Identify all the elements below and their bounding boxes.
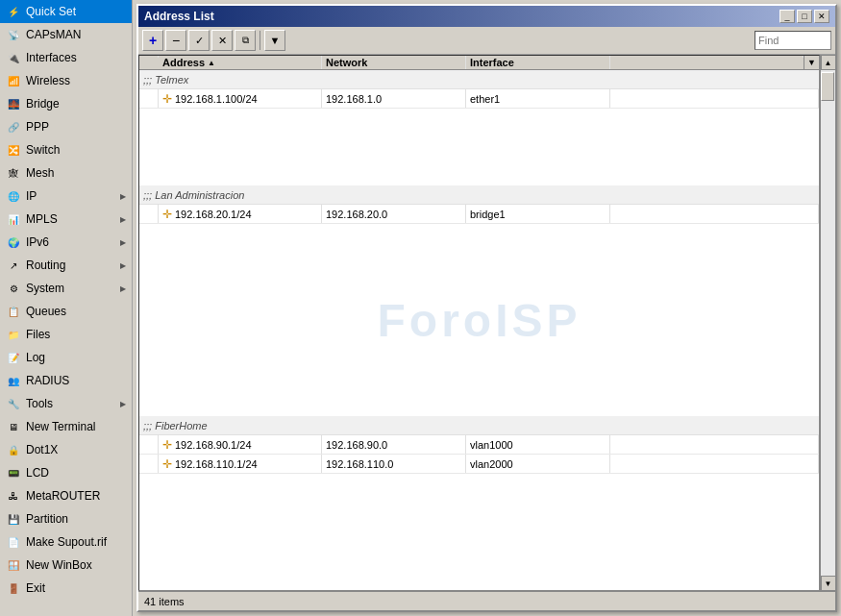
col-interface-header[interactable]: Interface bbox=[466, 56, 610, 69]
sidebar-item-new-winbox[interactable]: 🪟 New WinBox bbox=[0, 554, 132, 577]
maximize-button[interactable]: □ bbox=[797, 10, 812, 23]
find-input[interactable] bbox=[754, 31, 831, 50]
col-address-header[interactable]: Address ▲ bbox=[159, 56, 322, 69]
sidebar-item-mpls[interactable]: 📊 MPLS ▶ bbox=[0, 208, 132, 231]
scroll-track[interactable] bbox=[821, 70, 835, 576]
sidebar-item-log[interactable]: 📝 Log bbox=[0, 346, 132, 369]
sidebar-item-metarouter[interactable]: 🖧 MetaROUTER bbox=[0, 484, 132, 507]
sidebar-item-ipv6[interactable]: 🌍 IPv6 ▶ bbox=[0, 231, 132, 254]
lcd-icon: 📟 bbox=[6, 465, 21, 480]
sidebar-label: Interfaces bbox=[26, 51, 126, 64]
sidebar-label: RADIUS bbox=[26, 374, 126, 387]
sidebar-item-wireless[interactable]: 📶 Wireless bbox=[0, 69, 132, 92]
sidebar-label: MetaROUTER bbox=[26, 489, 126, 503]
sidebar-label: Mesh bbox=[26, 166, 126, 180]
cell-address: ✛ 192.168.110.1/24 bbox=[159, 455, 322, 473]
sidebar-label: Bridge bbox=[26, 97, 126, 111]
routing-icon: ↗ bbox=[6, 258, 21, 273]
scroll-up-arrow[interactable]: ▲ bbox=[821, 55, 836, 70]
table-row[interactable]: ✛ 192.168.110.1/24 192.168.110.0 vlan200… bbox=[139, 455, 819, 474]
tools-icon: 🔧 bbox=[6, 396, 21, 411]
new-winbox-icon: 🪟 bbox=[6, 557, 21, 573]
table-row[interactable]: ✛ 192.168.1.100/24 192.168.1.0 ether1 bbox=[139, 89, 819, 109]
sidebar-item-partition[interactable]: 💾 Partition bbox=[0, 507, 132, 530]
table-container: Address ▲ Network Interface ▼ ;;; Telmex bbox=[138, 55, 820, 591]
sidebar-label: New Terminal bbox=[26, 420, 126, 433]
cell-check bbox=[139, 205, 159, 223]
sidebar-label: Files bbox=[26, 328, 126, 341]
copy-button[interactable]: ⧉ bbox=[235, 30, 256, 51]
partition-icon: 💾 bbox=[6, 511, 21, 527]
group-lan-admin: ;;; Lan Administracion bbox=[139, 185, 819, 205]
sidebar-label: Quick Set bbox=[26, 5, 126, 18]
sidebar-label: Make Supout.rif bbox=[26, 535, 126, 549]
sidebar-label: Log bbox=[26, 351, 126, 364]
sidebar-item-make-supout[interactable]: 📄 Make Supout.rif bbox=[0, 530, 132, 554]
cell-check bbox=[139, 435, 159, 454]
enable-button[interactable]: ✓ bbox=[188, 30, 210, 51]
sidebar-item-files[interactable]: 📁 Files bbox=[0, 323, 132, 346]
add-button[interactable]: + bbox=[142, 30, 163, 51]
disable-button[interactable]: ✕ bbox=[211, 30, 233, 51]
cell-interface: vlan2000 bbox=[466, 455, 610, 473]
cell-address: ✛ 192.168.90.1/24 bbox=[159, 435, 322, 454]
group-fiberhome: ;;; FiberHome bbox=[139, 416, 819, 435]
close-button[interactable]: ✕ bbox=[814, 10, 829, 23]
new-terminal-icon: 🖥 bbox=[6, 419, 21, 434]
sidebar-item-lcd[interactable]: 📟 LCD bbox=[0, 461, 132, 484]
window-controls: _ □ ✕ bbox=[779, 10, 829, 23]
sidebar-item-ppp[interactable]: 🔗 PPP bbox=[0, 115, 132, 138]
cell-network: 192.168.90.0 bbox=[322, 435, 466, 454]
cell-interface: vlan1000 bbox=[466, 435, 610, 454]
ip-icon: 🌐 bbox=[6, 188, 21, 204]
cell-extra bbox=[610, 455, 819, 473]
sidebar-label: Wireless bbox=[26, 74, 126, 87]
sidebar-label: IP bbox=[26, 189, 115, 203]
tools-arrow: ▶ bbox=[120, 400, 126, 408]
sidebar-item-bridge[interactable]: 🌉 Bridge bbox=[0, 92, 132, 115]
sidebar-item-tools[interactable]: 🔧 Tools ▶ bbox=[0, 392, 132, 415]
scroll-thumb[interactable] bbox=[821, 72, 834, 101]
watermark-area: ForoISP bbox=[139, 224, 819, 416]
vertical-scrollbar[interactable]: ▲ ▼ bbox=[820, 55, 835, 591]
table-header: Address ▲ Network Interface ▼ bbox=[139, 56, 819, 70]
sidebar-item-radius[interactable]: 👥 RADIUS bbox=[0, 369, 132, 392]
address-value: 192.168.90.1/24 bbox=[175, 439, 252, 451]
sidebar-item-dot1x[interactable]: 🔒 Dot1X bbox=[0, 438, 132, 461]
filter-button[interactable]: ▼ bbox=[264, 30, 285, 51]
make-supout-icon: 📄 bbox=[6, 534, 21, 550]
col-network-header[interactable]: Network bbox=[322, 56, 466, 69]
table-row[interactable]: ✛ 192.168.20.1/24 192.168.20.0 bridge1 bbox=[139, 205, 819, 224]
cell-network: 192.168.110.0 bbox=[322, 455, 466, 473]
scroll-down-arrow[interactable]: ▼ bbox=[821, 576, 836, 591]
scroll-right-button[interactable]: ▼ bbox=[804, 56, 819, 69]
sidebar-item-quick-set[interactable]: ⚡ Quick Set bbox=[0, 0, 132, 23]
sidebar-item-interfaces[interactable]: 🔌 Interfaces bbox=[0, 46, 132, 69]
cell-address: ✛ 192.168.20.1/24 bbox=[159, 205, 322, 223]
sidebar-item-ip[interactable]: 🌐 IP ▶ bbox=[0, 185, 132, 208]
sidebar-item-system[interactable]: ⚙ System ▶ bbox=[0, 277, 132, 300]
sidebar-item-switch[interactable]: 🔀 Switch bbox=[0, 138, 132, 161]
window-title: Address List bbox=[144, 10, 214, 23]
toolbar: + − ✓ ✕ ⧉ ▼ bbox=[138, 27, 835, 55]
sidebar-item-new-terminal[interactable]: 🖥 New Terminal bbox=[0, 415, 132, 438]
group-fiberhome-label: ;;; FiberHome bbox=[143, 420, 208, 431]
sidebar-item-exit[interactable]: 🚪 Exit bbox=[0, 577, 132, 600]
address-value: 192.168.110.1/24 bbox=[175, 458, 258, 470]
address-value: 192.168.20.1/24 bbox=[175, 209, 252, 220]
remove-button[interactable]: − bbox=[165, 30, 186, 51]
ipv6-icon: 🌍 bbox=[6, 234, 21, 250]
cell-extra bbox=[610, 205, 819, 223]
sidebar-item-queues[interactable]: 📋 Queues bbox=[0, 300, 132, 323]
radius-icon: 👥 bbox=[6, 373, 21, 388]
sidebar-item-routing[interactable]: ↗ Routing ▶ bbox=[0, 254, 132, 277]
sidebar-item-capsman[interactable]: 📡 CAPsMAN bbox=[0, 23, 132, 46]
quick-set-icon: ⚡ bbox=[6, 4, 21, 19]
cell-check bbox=[139, 89, 159, 108]
address-value: 192.168.1.100/24 bbox=[175, 93, 258, 105]
table-row[interactable]: ✛ 192.168.90.1/24 192.168.90.0 vlan1000 bbox=[139, 435, 819, 455]
cell-network: 192.168.20.0 bbox=[322, 205, 466, 223]
minimize-button[interactable]: _ bbox=[779, 10, 795, 23]
watermark-text: ForoISP bbox=[377, 294, 581, 347]
sidebar-item-mesh[interactable]: 🕸 Mesh bbox=[0, 161, 132, 185]
